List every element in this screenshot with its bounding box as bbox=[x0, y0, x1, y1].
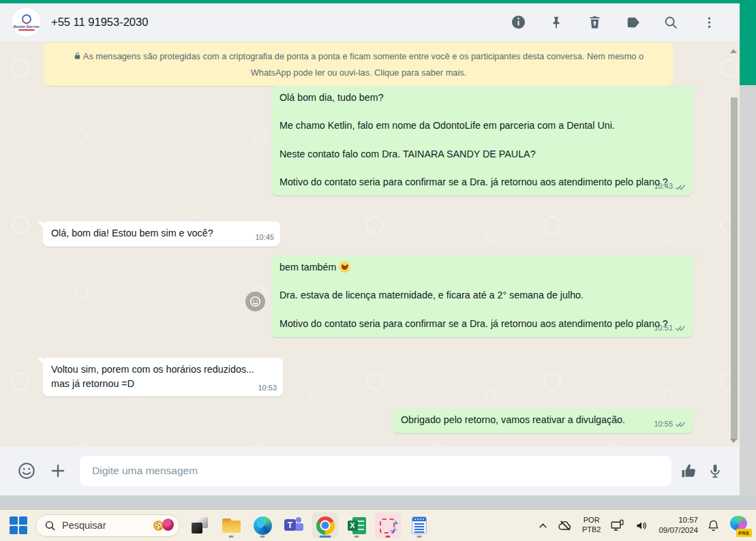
task-view-button[interactable] bbox=[187, 512, 213, 538]
language-line1: POR bbox=[582, 516, 601, 525]
message-time: 10:53 bbox=[258, 383, 277, 394]
message-composer-bar bbox=[0, 446, 740, 495]
contact-phone-number[interactable]: +55 11 91953-2030 bbox=[51, 16, 148, 29]
attach-plus-icon[interactable] bbox=[49, 462, 67, 480]
label-icon[interactable] bbox=[624, 14, 641, 31]
search-icon[interactable] bbox=[663, 14, 679, 31]
copilot-preview-badge: PRE bbox=[736, 529, 752, 537]
onedrive-paused-icon[interactable] bbox=[557, 519, 573, 533]
delivered-double-check-icon bbox=[675, 324, 686, 332]
emoji-picker-icon[interactable] bbox=[17, 461, 36, 480]
search-icon bbox=[44, 520, 56, 531]
message-text: Obrigado pelo retorno, vamos reativar a … bbox=[401, 413, 633, 427]
notifications-bell-icon[interactable] bbox=[707, 519, 720, 533]
avatar-logo-icon bbox=[22, 14, 31, 24]
hidden-icons-chevron[interactable] bbox=[538, 521, 548, 531]
message-meta: 10:51 bbox=[654, 323, 686, 334]
message-meta: 10:53 bbox=[258, 383, 277, 394]
message-outgoing-3[interactable]: Obrigado pelo retorno, vamos reativar a … bbox=[393, 408, 693, 433]
search-highlight-fruit-image bbox=[153, 518, 174, 533]
encryption-notice-banner[interactable]: As mensagens são protegidas com a cripto… bbox=[44, 43, 674, 86]
excel-button[interactable]: X bbox=[344, 512, 369, 538]
react-smiley-button[interactable] bbox=[245, 292, 265, 311]
header-actions bbox=[510, 14, 717, 31]
snipping-tool-icon: +✂ bbox=[380, 517, 396, 534]
background-window-teal-header bbox=[740, 0, 756, 85]
lock-icon bbox=[74, 52, 81, 60]
whatsapp-top-accent-bar bbox=[0, 0, 756, 3]
encryption-notice-text: As mensagens são protegidas com a cripto… bbox=[83, 51, 644, 78]
scrollbar-down-arrow[interactable] bbox=[730, 439, 737, 443]
desktop-screen: Bonito Sorriso +55 11 91953-2030 bbox=[0, 0, 756, 541]
message-outgoing-2[interactable]: bem também Dra. estava de licença matern… bbox=[271, 256, 693, 337]
message-text: Olá, bom dia! Estou bem sim e você? bbox=[51, 226, 230, 241]
delete-archive-icon[interactable] bbox=[586, 14, 603, 31]
chat-message-area: As mensagens são protegidas com a cripto… bbox=[0, 41, 740, 446]
scrollbar-thumb[interactable] bbox=[731, 97, 738, 439]
message-meta: 10:43 bbox=[654, 181, 686, 192]
file-explorer-icon bbox=[222, 519, 241, 533]
delivered-double-check-icon bbox=[675, 183, 686, 191]
avatar-logo-underline bbox=[18, 29, 35, 31]
message-text: Olá bom dia, tudo bem? Me chamo Ketlin, … bbox=[279, 91, 684, 189]
language-indicator[interactable]: POR PTB2 bbox=[582, 516, 601, 535]
message-time: 10:43 bbox=[654, 181, 673, 192]
start-button[interactable] bbox=[10, 516, 27, 534]
background-window-edge bbox=[740, 0, 756, 509]
smiling-emoji bbox=[339, 261, 350, 273]
system-tray: POR PTB2 10:57 09/07/2024 PRE bbox=[538, 515, 749, 536]
thumbs-up-icon[interactable] bbox=[680, 462, 699, 480]
volume-icon[interactable] bbox=[634, 519, 650, 532]
message-incoming-2[interactable]: Voltou sim, porem com os horários reduzi… bbox=[43, 358, 283, 397]
cast-device-icon[interactable] bbox=[609, 519, 625, 533]
notepad-button[interactable] bbox=[406, 512, 432, 538]
copilot-preview-button[interactable]: PRE bbox=[729, 516, 749, 535]
search-placeholder-text: Pesquisar bbox=[62, 520, 106, 531]
message-meta: 10:55 bbox=[654, 419, 686, 430]
teams-button[interactable]: T bbox=[281, 512, 307, 538]
taskbar-search-box[interactable]: Pesquisar bbox=[35, 514, 180, 537]
message-input[interactable] bbox=[80, 456, 671, 486]
menu-kebab-icon[interactable] bbox=[701, 14, 717, 31]
chrome-button[interactable] bbox=[312, 512, 338, 538]
taskbar-clock[interactable]: 10:57 09/07/2024 bbox=[659, 515, 698, 536]
chrome-icon bbox=[316, 516, 335, 535]
clock-date: 09/07/2024 bbox=[659, 525, 698, 536]
notepad-icon bbox=[412, 516, 427, 534]
snipping-tool-button[interactable]: +✂ bbox=[375, 512, 401, 538]
teams-icon: T bbox=[284, 516, 303, 534]
message-outgoing-1[interactable]: Olá bom dia, tudo bem? Me chamo Ketlin, … bbox=[271, 86, 693, 196]
taskbar-app-icons: T X +✂ bbox=[187, 512, 432, 538]
scrollbar-up-arrow[interactable] bbox=[730, 49, 737, 53]
message-time: 10:45 bbox=[255, 232, 274, 243]
clock-time: 10:57 bbox=[659, 515, 698, 525]
chat-header: Bonito Sorriso +55 11 91953-2030 bbox=[0, 3, 740, 41]
delivered-double-check-icon bbox=[675, 420, 686, 428]
windows-taskbar: Pesquisar T X bbox=[0, 509, 756, 541]
info-icon[interactable] bbox=[510, 14, 526, 31]
edge-browser-button[interactable] bbox=[250, 512, 275, 538]
edge-icon bbox=[254, 516, 272, 535]
microphone-icon[interactable] bbox=[707, 462, 723, 480]
message-meta: 10:45 bbox=[255, 232, 274, 243]
message-text: bem também Dra. estava de licença matern… bbox=[279, 260, 684, 331]
message-time: 10:55 bbox=[654, 419, 673, 430]
window-bottom-edge bbox=[0, 495, 756, 509]
message-incoming-1[interactable]: Olá, bom dia! Estou bem sim e você? 10:4… bbox=[43, 221, 280, 247]
message-time: 10:51 bbox=[654, 323, 673, 334]
excel-icon: X bbox=[348, 517, 366, 534]
language-line2: PTB2 bbox=[582, 525, 601, 535]
message-text: Voltou sim, porem com os horários reduzi… bbox=[51, 362, 275, 390]
avatar-logo-text: Bonito Sorriso bbox=[13, 25, 39, 29]
contact-avatar[interactable]: Bonito Sorriso bbox=[12, 7, 41, 37]
pin-icon[interactable] bbox=[548, 14, 564, 31]
file-explorer-button[interactable] bbox=[218, 512, 244, 538]
